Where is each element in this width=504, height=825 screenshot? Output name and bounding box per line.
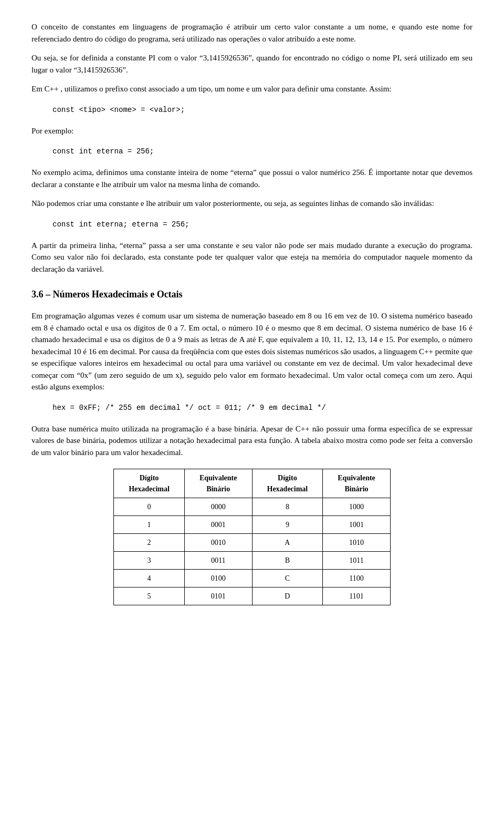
- table-cell: B: [252, 552, 323, 570]
- table-row: 1000191001: [114, 516, 391, 534]
- table-cell: 0101: [184, 587, 252, 605]
- table-cell: 0011: [184, 552, 252, 570]
- table-cell: 0001: [184, 516, 252, 534]
- table-cell: 9: [252, 516, 323, 534]
- table-row: 40100C1100: [114, 570, 391, 587]
- paragraph-2: Ou seja, se for definida a constante PI …: [32, 52, 472, 76]
- table-cell: A: [252, 534, 323, 552]
- table-header-row: DígitoHexadecimal EquivalenteBinário Díg…: [114, 469, 391, 498]
- paragraph-8: Em programação algumas vezes é comum usa…: [32, 310, 472, 393]
- table-cell: 8: [252, 498, 323, 516]
- table-cell: 0010: [184, 534, 252, 552]
- table-cell: 2: [114, 534, 185, 552]
- col-header-2: EquivalenteBinário: [184, 469, 252, 498]
- paragraph-1: O conceito de constantes em linguagens d…: [32, 21, 472, 45]
- table-cell: 0100: [184, 570, 252, 587]
- table-cell: C: [252, 570, 323, 587]
- table-cell: 1011: [323, 552, 391, 570]
- paragraph-3: Em C++ , utilizamos o prefixo const asso…: [32, 83, 472, 95]
- table-cell: 5: [114, 587, 185, 605]
- paragraph-4-label: Por exemplo:: [32, 125, 472, 137]
- paragraph-6: Não podemos criar uma constante e lhe at…: [32, 198, 472, 210]
- code-block-1: const <tipo> <nome> = <valor>;: [52, 105, 472, 116]
- table-cell: 0: [114, 498, 185, 516]
- table-cell: 1101: [323, 587, 391, 605]
- table-cell: D: [252, 587, 323, 605]
- hex-table-container: DígitoHexadecimal EquivalenteBinário Díg…: [32, 469, 472, 605]
- table-row: 20010A1010: [114, 534, 391, 552]
- code-block-2: const int eterna = 256;: [52, 146, 472, 157]
- table-cell: 1010: [323, 534, 391, 552]
- table-row: 50101D1101: [114, 587, 391, 605]
- table-row: 0000081000: [114, 498, 391, 516]
- col-header-4: EquivalenteBinário: [323, 469, 391, 498]
- section-title: 3.6 – Números Hexadecimais e Octais: [32, 287, 472, 302]
- paragraph-5: No exemplo acima, definimos uma constant…: [32, 167, 472, 190]
- paragraph-7: A partir da primeira linha, “eterna” pas…: [32, 240, 472, 275]
- code-block-3: const int eterna; eterna = 256;: [52, 219, 472, 230]
- table-cell: 1100: [323, 570, 391, 587]
- table-cell: 0000: [184, 498, 252, 516]
- table-cell: 3: [114, 552, 185, 570]
- col-header-1: DígitoHexadecimal: [114, 469, 185, 498]
- code-block-4: hex = 0xFF; /* 255 em decimal */ oct = 0…: [52, 403, 472, 414]
- table-cell: 1: [114, 516, 185, 534]
- hex-table: DígitoHexadecimal EquivalenteBinário Díg…: [113, 469, 391, 605]
- table-cell: 1001: [323, 516, 391, 534]
- col-header-3: DígitoHexadecimal: [252, 469, 323, 498]
- paragraph-9: Outra base numérica muito utilizada na p…: [32, 423, 472, 459]
- table-row: 30011B1011: [114, 552, 391, 570]
- table-cell: 1000: [323, 498, 391, 516]
- table-cell: 4: [114, 570, 185, 587]
